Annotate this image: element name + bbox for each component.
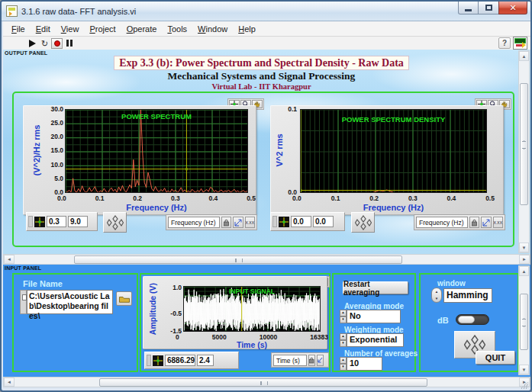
averaging-section: Restart averaging Averaging mode ▲▼ No W… xyxy=(332,273,416,372)
spinner-up-icon[interactable]: ▲ xyxy=(340,310,347,316)
browse-button[interactable] xyxy=(116,291,132,306)
scale-lock-icon[interactable] xyxy=(221,217,231,228)
scrollbar-thumb[interactable] xyxy=(74,255,402,264)
input-signal-yticks: 1.0-0.5-1.5 xyxy=(163,286,182,332)
menu-item-7[interactable]: Help xyxy=(233,23,261,35)
scale-legend-label[interactable]: Frequency (Hz) xyxy=(416,217,468,228)
maximize-button[interactable] xyxy=(479,2,498,14)
power-spectrum-cursor-mover[interactable] xyxy=(103,212,127,233)
cursor-x-value[interactable]: 6886.29 xyxy=(165,355,195,366)
menu-item-4[interactable]: Operate xyxy=(121,23,163,35)
scroll-left-icon[interactable]: ◄ xyxy=(4,255,15,264)
minimize-button[interactable] xyxy=(458,2,479,14)
averaging-mode-value[interactable]: No xyxy=(347,310,401,323)
spinner-arrows[interactable]: ▲▼ xyxy=(340,333,347,347)
scrollbar-thumb[interactable] xyxy=(520,83,528,205)
cursor-x-value[interactable]: 0.0 xyxy=(291,216,311,227)
spinner-up-icon[interactable]: ▲ xyxy=(340,357,347,364)
scroll-down-icon[interactable]: ▼ xyxy=(519,243,529,252)
output-vertical-scrollbar[interactable]: ▲ ▼ xyxy=(518,50,530,253)
cursor-crosshair-icon xyxy=(34,217,45,227)
db-toggle[interactable] xyxy=(456,314,489,325)
cursor-y-value[interactable]: 0.0 xyxy=(313,216,334,227)
cursor-legend-scroll[interactable] xyxy=(28,216,33,227)
weighting-mode-value[interactable]: Exponential xyxy=(347,333,404,347)
cursor-crosshair-icon xyxy=(153,355,163,366)
weighting-mode-control[interactable]: ▲▼ Exponential xyxy=(340,333,404,347)
cursor-x-value[interactable]: 0.3 xyxy=(47,216,66,227)
close-button[interactable]: ✕ xyxy=(498,2,527,14)
cursor-legend-scroll[interactable] xyxy=(272,216,277,227)
sig-ytick-0: 1.0 xyxy=(172,284,182,291)
psd-xtick-3: 0.3 xyxy=(408,194,418,202)
menu-item-1[interactable]: Edit xyxy=(31,23,56,35)
scrollbar-thumb[interactable] xyxy=(520,294,528,350)
pause-button[interactable] xyxy=(63,38,75,49)
window-value[interactable]: Hamming xyxy=(443,288,492,303)
spinner-down-icon[interactable]: ▼ xyxy=(340,316,347,323)
restart-averaging-button[interactable]: Restart averaging xyxy=(343,281,408,294)
input-signal-ylabel: Amplitude (V) xyxy=(148,267,157,351)
input-signal-graph: 1.0-0.5-1.5 Amplitude (V) INPUT SIGNAL 0… xyxy=(143,276,327,349)
scroll-down-icon[interactable]: ▼ xyxy=(519,365,529,374)
path-type-icon[interactable] xyxy=(20,290,27,314)
psd-plot[interactable] xyxy=(300,109,487,193)
file-path-control[interactable]: C:\Users\Acoustic Lab\Desktop\bearing fi… xyxy=(20,290,113,314)
vi-icon[interactable] xyxy=(513,37,527,50)
resize-grip[interactable] xyxy=(521,381,528,389)
scale-autoscale-icon[interactable] xyxy=(317,355,324,366)
power-spectrum-plot[interactable] xyxy=(65,109,248,193)
ring-spinner[interactable]: ▲▼ xyxy=(431,288,442,303)
number-of-averages-value[interactable]: 10 xyxy=(347,357,382,371)
cursor-y-value[interactable]: 2.4 xyxy=(197,355,214,366)
spinner-up-icon[interactable]: ▲ xyxy=(340,333,347,340)
power-spectrum-yticks: 30.025.020.015.010.05.00.0 xyxy=(40,105,63,196)
output-horizontal-scrollbar[interactable]: ◄ ► xyxy=(3,254,530,265)
averaging-mode-control[interactable]: ▲▼ No xyxy=(340,310,401,323)
menu-item-3[interactable]: Project xyxy=(84,23,121,35)
scroll-up-icon[interactable]: ▲ xyxy=(519,266,529,276)
abort-icon xyxy=(54,40,60,47)
spinner-arrows[interactable]: ▲▼ xyxy=(340,310,347,323)
scale-format-button[interactable]: X.XX xyxy=(245,217,255,228)
toggle-knob xyxy=(458,316,475,323)
quit-button[interactable]: QUIT xyxy=(476,351,515,365)
scale-autoscale-icon[interactable] xyxy=(481,217,491,228)
scroll-left-icon[interactable]: ◄ xyxy=(4,378,15,387)
scale-format-button[interactable]: X.XX xyxy=(493,217,503,228)
spinner-down-icon[interactable]: ▼ xyxy=(340,340,347,347)
scale-legend-label[interactable]: Frequency (Hz) xyxy=(168,217,220,228)
number-of-averages-control[interactable]: ▲▼ 10 xyxy=(340,357,382,371)
scale-autoscale-icon[interactable] xyxy=(233,217,243,228)
title-bar: 3.1.6 raw data- FFT analysis.vi ✕ xyxy=(2,2,530,21)
scroll-up-icon[interactable]: ▲ xyxy=(519,51,529,61)
input-signal-scale-legend: Time (s) xyxy=(271,352,329,368)
spinner-down-icon[interactable]: ▼ xyxy=(340,364,347,371)
input-panel: INPUT PANEL File Name C:\Users\Acoustic … xyxy=(3,265,530,377)
scale-lock-icon[interactable] xyxy=(308,355,315,366)
psd-cursor-mover[interactable] xyxy=(351,212,375,233)
scale-lock-icon[interactable] xyxy=(469,217,479,228)
menu-item-0[interactable]: File xyxy=(6,23,31,35)
cursor-legend-scroll[interactable] xyxy=(147,355,151,366)
input-signal-plot[interactable] xyxy=(183,286,321,332)
scale-legend-label[interactable]: Time (s) xyxy=(273,355,307,366)
input-vertical-scrollbar[interactable]: ▲ ▼ xyxy=(518,265,530,375)
psd-xlabel: Frequency (Hz) xyxy=(300,203,487,212)
spinner-arrows[interactable]: ▲▼ xyxy=(340,357,347,371)
run-continuous-button[interactable]: ↻ xyxy=(39,38,50,49)
menu-item-2[interactable]: View xyxy=(56,23,85,35)
file-path-value[interactable]: C:\Users\Acoustic Lab\Desktop\bearing fi… xyxy=(27,290,113,314)
diamond-nav-icon xyxy=(355,215,372,230)
scroll-right-icon[interactable]: ► xyxy=(519,255,530,264)
bottom-horizontal-scrollbar[interactable]: ◄ ► xyxy=(3,377,530,387)
menu-item-6[interactable]: Window xyxy=(192,23,233,35)
help-button[interactable]: ? xyxy=(498,37,511,49)
window-section: window ▲▼ Hamming dB QUIT xyxy=(419,273,519,372)
scrollbar-thumb[interactable] xyxy=(99,378,427,387)
window-ring-control[interactable]: ▲▼ Hamming xyxy=(431,288,492,303)
cursor-y-value[interactable]: 9.0 xyxy=(68,216,88,227)
run-button[interactable] xyxy=(27,38,38,49)
abort-button[interactable] xyxy=(51,38,63,49)
menu-item-5[interactable]: Tools xyxy=(162,23,192,35)
